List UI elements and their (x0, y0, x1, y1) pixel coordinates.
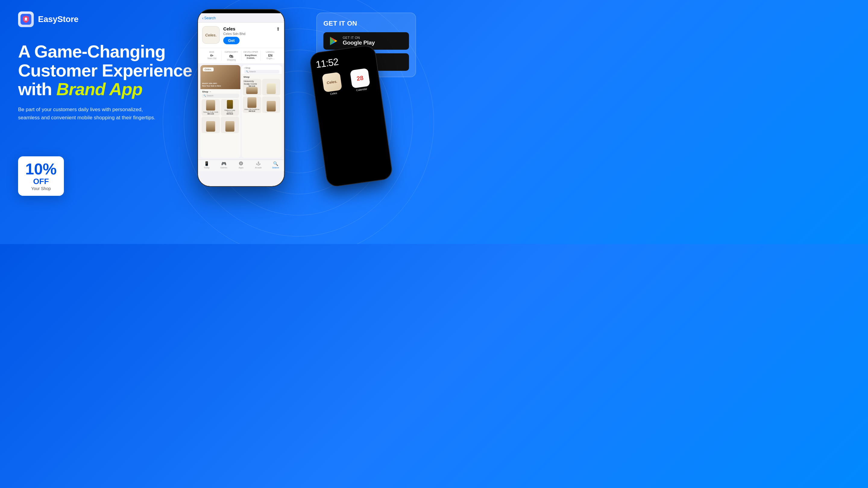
offer-badge: 10% OFF Your Shop (18, 156, 64, 196)
main-phone: ‹ Search Celes. Celes Celes Sdn Bhd Get … (197, 9, 285, 187)
share-icon: ⬆ (276, 26, 280, 32)
ss-products-right: Heavenly Scalp Comb RM 13.00 Divine Silk… (242, 79, 282, 113)
tab-search-icon: 🔍 (273, 161, 278, 166)
second-app-celes-label: Celes (330, 92, 337, 96)
brand-name: EasyStore (38, 14, 79, 24)
ss-product-2: Radiance Scalp Ampoule RM 88.00 (221, 99, 239, 116)
screenshot-left: Celes. ENJOY 10% OFF!New Year Sale is He… (200, 65, 241, 158)
ss-banner-text: ENJOY 10% OFF!New Year Sale is Here (202, 83, 221, 87)
headline-brand-app: Brand App (56, 79, 142, 99)
headline-line2: Customer Experience (18, 61, 192, 80)
offer-percent: 10% (25, 161, 57, 177)
ss-product-r4 (262, 96, 280, 113)
ss-right-header: ‹ Shop 🔍 Search (242, 65, 282, 74)
app-developer: Celes Sdn Bhd (223, 32, 273, 36)
tab-arcade-icon: 🕹 (256, 161, 260, 166)
app-header: Celes. Celes Celes Sdn Bhd Get ⬆ (198, 23, 284, 48)
second-app-celes: Celes. Celes (318, 71, 347, 97)
headline-text: A Game-Changing Customer Experience with… (18, 42, 192, 99)
ss-search-right: 🔍 Search (244, 70, 279, 73)
headline-subtext: Be part of your customers daily lives wi… (18, 105, 157, 122)
second-app-calendar: 28 Calendar (346, 67, 375, 93)
app-icon: Celes. (202, 26, 220, 44)
tab-apps[interactable]: 🅐 Apps (232, 161, 250, 169)
screenshots-area: Celes. ENJOY 10% OFF!New Year Sale is He… (198, 63, 284, 160)
screenshot-right: ‹ Shop 🔍 Search Shop Heavenly Scalp Comb… (242, 65, 282, 158)
ss-product-r3: Divine Silk Conditioner RM 55.00 (243, 96, 261, 113)
tab-apps-icon: 🅐 (239, 161, 243, 166)
ss-section-shop-left: Shop → (200, 89, 241, 94)
tab-search[interactable]: 🔍 Search (267, 161, 284, 169)
ss-section-shop-right: Shop (242, 74, 282, 79)
headline-area: A Game-Changing Customer Experience with… (18, 42, 192, 122)
meta-age: AGE 4+ Years Old (202, 51, 222, 61)
second-app-calendar-label: Calendar (356, 87, 367, 92)
app-name: Celes (223, 26, 273, 31)
phone-mockup-area: ‹ Search Celes. Celes Celes Sdn Bhd Get … (182, 3, 375, 244)
ss-product-r1: Heavenly Scalp Comb RM 13.00 (243, 79, 261, 96)
ss-product-r2 (262, 79, 280, 96)
tab-today[interactable]: 📱 Today (198, 161, 215, 169)
phone-notch (229, 10, 253, 13)
appstore-ui: ‹ Search Celes. Celes Celes Sdn Bhd Get … (198, 13, 284, 186)
tab-today-icon: 📱 (204, 161, 209, 166)
main-phone-screen: ‹ Search Celes. Celes Celes Sdn Bhd Get … (198, 10, 284, 186)
appstore-back: ‹ Search (202, 16, 216, 21)
app-get-button[interactable]: Get (223, 37, 240, 44)
ss-product-4 (221, 117, 239, 133)
ss-product-1: Heavenly Scalp Comb RM 13.00 (202, 99, 220, 116)
second-app-celes-icon: Celes. (322, 72, 342, 93)
headline-line1: A Game-Changing (18, 41, 165, 61)
offer-label: Your Shop (25, 186, 57, 191)
logo-area: EasyStore (18, 11, 79, 27)
ss-banner-left: Celes. ENJOY 10% OFF!New Year Sale is He… (200, 65, 241, 89)
appstore-nav: ‹ Search (198, 13, 284, 23)
app-tabbar: 📱 Today 🎮 Games 🅐 Apps 🕹 Arcade (198, 160, 284, 171)
tab-games[interactable]: 🎮 Games (215, 161, 232, 169)
app-info: Celes Celes Sdn Bhd Get (223, 26, 273, 44)
meta-language: LANGU. EN Englis... (261, 51, 280, 61)
tab-arcade[interactable]: 🕹 Arcade (250, 161, 267, 169)
offer-off: OFF (25, 177, 57, 186)
ss-product-3 (202, 117, 220, 133)
tab-games-icon: 🎮 (221, 161, 226, 166)
appstore-back-text: Search (204, 16, 216, 20)
headline-line3-normal: with (18, 79, 56, 99)
svg-point-1 (25, 18, 27, 20)
app-meta: AGE 4+ Years Old CATEGORY 🛍 Shopping DEV… (198, 48, 284, 63)
logo-icon (18, 11, 34, 27)
meta-developer: DEVELOPER EasyStore Comm. (241, 51, 261, 61)
meta-category: CATEGORY 🛍 Shopping (222, 51, 241, 61)
second-app-calendar-icon: 28 (350, 68, 370, 89)
ss-search-left: 🔍 Search (202, 94, 239, 98)
ss-products-left: Heavenly Scalp Comb RM 13.00 Radiance Sc… (200, 99, 241, 133)
